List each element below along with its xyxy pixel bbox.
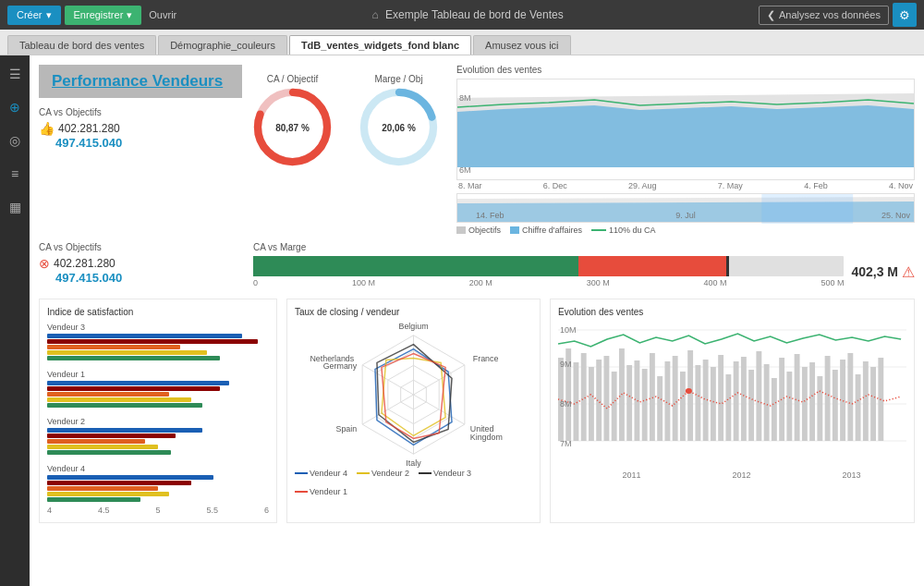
satisfaction-xaxis: 4 4.5 5 5.5 6 bbox=[47, 506, 269, 515]
radar-title: Taux de closing / vendeur bbox=[295, 307, 532, 317]
row-1: Performance Vendeurs CA vs Objectifs 👍 4… bbox=[39, 65, 915, 235]
row-2: CA vs Objectifs ⊗ 402.281.280 497.415.04… bbox=[39, 242, 915, 287]
vendeur4-group: Vendeur 4 bbox=[47, 464, 269, 502]
svg-rect-76 bbox=[870, 367, 876, 441]
bar bbox=[47, 475, 213, 480]
prog-label-100: 100 M bbox=[352, 278, 375, 287]
evol-x-2011: 2011 bbox=[622, 470, 640, 480]
prog-label-400: 400 M bbox=[704, 278, 727, 287]
app-title: ⌂ Exemple Tableau de bord de Ventes bbox=[180, 8, 755, 21]
vendeur1-bars bbox=[47, 381, 269, 408]
bar bbox=[47, 345, 180, 349]
svg-text:Netherlands: Netherlands bbox=[310, 354, 354, 363]
radar-v2-label: Vendeur 2 bbox=[371, 469, 409, 478]
range-label-1: 14. Feb bbox=[476, 211, 505, 220]
ca-row1: 👍 402.281.280 bbox=[39, 121, 242, 136]
radar-svg-wrap: Belgium France United Kingdom Italy Spai… bbox=[295, 321, 532, 469]
vendeur2-label: Vendeur 2 bbox=[47, 417, 269, 426]
legend-110: 110% du CA bbox=[591, 226, 656, 235]
tabs-row: Tableau de bord des ventes Démographie_c… bbox=[0, 30, 924, 55]
open-button[interactable]: Ouvrir bbox=[149, 9, 176, 20]
bar bbox=[47, 392, 169, 397]
ca-vs-obj-top: CA vs Objectifs 👍 402.281.280 497.415.04… bbox=[39, 107, 242, 150]
ca-vs-marge-title: CA vs Marge bbox=[253, 242, 915, 252]
svg-rect-41 bbox=[603, 356, 609, 441]
radar-v4-label: Vendeur 4 bbox=[310, 469, 347, 478]
save-chevron-icon: ▾ bbox=[127, 9, 132, 21]
svg-rect-51 bbox=[680, 372, 686, 441]
svg-rect-47 bbox=[650, 353, 655, 441]
ca-vs-obj-row2: CA vs Objectifs ⊗ 402.281.280 497.415.04… bbox=[39, 242, 242, 285]
donut-marge-chart: 20,06 % bbox=[359, 88, 438, 166]
sidebar-icon-menu[interactable]: ☰ bbox=[4, 63, 26, 85]
svg-text:Kingdom: Kingdom bbox=[470, 433, 503, 442]
create-button[interactable]: Créer ▾ bbox=[7, 6, 61, 25]
donut-ca: CA / Objectif 80,87 % bbox=[253, 74, 332, 166]
target-display: 402,3 M ⚠ bbox=[851, 263, 915, 281]
alert-triangle-icon: ⚠ bbox=[902, 263, 915, 281]
svg-text:Belgium: Belgium bbox=[398, 322, 428, 331]
radar-v3-label: Vendeur 3 bbox=[433, 469, 471, 478]
bar bbox=[47, 339, 258, 344]
progress-labels: 0 100 M 200 M 300 M 400 M 500 M bbox=[253, 278, 844, 287]
top-bar: Créer ▾ Enregistrer ▾ Ouvrir ⌂ Exemple T… bbox=[0, 0, 924, 30]
range-label-3: 25. Nov bbox=[881, 211, 910, 220]
sidebar-icon-add[interactable]: ⊕ bbox=[4, 96, 26, 118]
save-button[interactable]: Enregistrer ▾ bbox=[65, 6, 142, 25]
donut-marge-value: 20,06 % bbox=[382, 122, 416, 132]
svg-rect-44 bbox=[626, 365, 632, 441]
y-label-6m: 6M bbox=[459, 165, 471, 175]
bar bbox=[47, 350, 207, 355]
bar bbox=[47, 428, 202, 433]
range-chart: 14. Feb 9. Jul 25. Nov bbox=[456, 193, 915, 223]
bar bbox=[47, 433, 176, 438]
sidebar: ☰ ⊕ ◎ ≡ ▦ bbox=[0, 55, 30, 586]
sidebar-icon-list[interactable]: ≡ bbox=[4, 163, 26, 185]
svg-rect-53 bbox=[695, 365, 700, 441]
row-3: Indice de satisfaction Vendeur 3 Vendeur… bbox=[39, 299, 915, 523]
bar bbox=[47, 481, 191, 485]
sidebar-icon-target[interactable]: ◎ bbox=[4, 129, 26, 152]
legend-objectifs: Objectifs bbox=[456, 226, 501, 235]
left-panel: Performance Vendeurs CA vs Objectifs 👍 4… bbox=[39, 65, 242, 150]
legend-ca-label: Chiffre d'affaires bbox=[522, 226, 582, 235]
settings-button[interactable]: ⚙ bbox=[893, 3, 917, 27]
vendeur3-bars bbox=[47, 334, 269, 360]
tab-amusez-label: Amusez vous ici bbox=[485, 40, 558, 51]
x-label-4: 7. May bbox=[718, 181, 743, 190]
sidebar-icon-grid[interactable]: ▦ bbox=[4, 196, 26, 218]
analyze-button[interactable]: ❮ Analysez vos données bbox=[759, 6, 889, 25]
tab-tableau-label: Tableau de bord des ventes bbox=[19, 40, 144, 51]
svg-rect-68 bbox=[809, 362, 815, 441]
svg-rect-46 bbox=[642, 369, 648, 441]
ca-row2-1: ⊗ 402.281.280 bbox=[39, 256, 242, 271]
tab-tableau[interactable]: Tableau de bord des ventes bbox=[7, 35, 156, 55]
evolution-top-legend: Objectifs Chiffre d'affaires 110% du CA bbox=[456, 226, 915, 235]
legend-ca-color bbox=[510, 226, 519, 234]
svg-rect-67 bbox=[802, 367, 808, 441]
donuts-section: CA / Objectif 80,87 % Marge / Obj bbox=[253, 65, 438, 166]
progress-track bbox=[253, 256, 844, 276]
x-label-3: 29. Aug bbox=[628, 181, 657, 190]
ca-vs-obj-label: CA vs Objectifs bbox=[39, 107, 242, 117]
radar-v3-color bbox=[419, 472, 432, 474]
perf-title-box: Performance Vendeurs bbox=[39, 65, 242, 98]
svg-rect-55 bbox=[711, 367, 716, 441]
prog-label-500: 500 M bbox=[821, 278, 844, 287]
sat-x-55: 5.5 bbox=[206, 506, 218, 515]
legend-110-label: 110% du CA bbox=[609, 226, 656, 235]
svg-text:Spain: Spain bbox=[336, 424, 358, 433]
legend-110-color bbox=[591, 229, 606, 231]
x-label-5: 4. Feb bbox=[804, 181, 828, 190]
x-label-1: 8. Mar bbox=[458, 181, 482, 190]
bar bbox=[47, 439, 145, 444]
tab-tdb[interactable]: TdB_ventes_widgets_fond blanc bbox=[289, 35, 471, 55]
radar-legend-v2: Vendeur 2 bbox=[357, 469, 409, 478]
open-label: Ouvrir bbox=[149, 9, 176, 20]
svg-rect-64 bbox=[779, 358, 784, 441]
tab-demo[interactable]: Démographie_couleurs bbox=[158, 35, 287, 55]
svg-text:United: United bbox=[470, 424, 494, 433]
radar-legend-v1: Vendeur 1 bbox=[295, 487, 347, 496]
progress-green bbox=[253, 256, 578, 276]
tab-amusez[interactable]: Amusez vous ici bbox=[473, 35, 570, 55]
